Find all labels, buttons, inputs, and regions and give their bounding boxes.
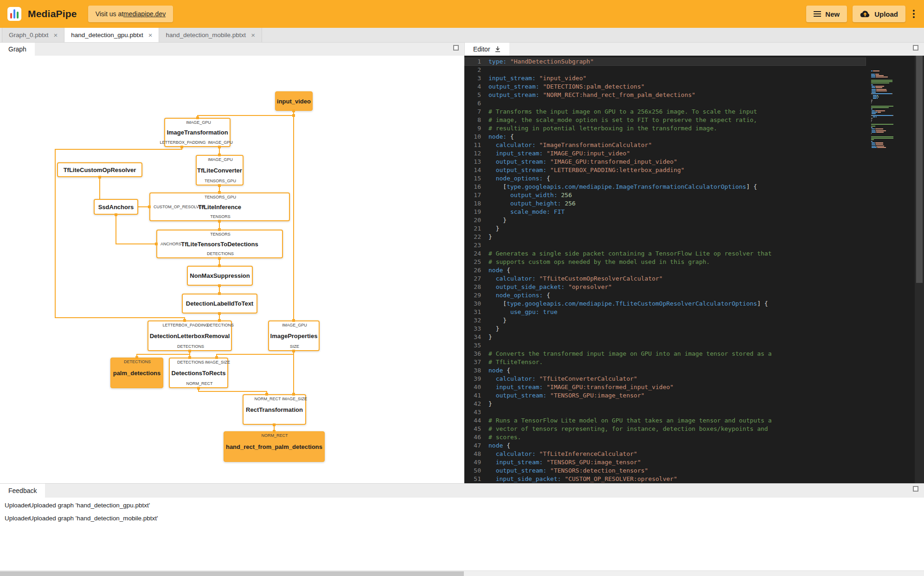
code-line[interactable]: 31 use_gpu: true	[464, 308, 866, 316]
code-line[interactable]: 48 calculator: "TfLiteInferenceCalculato…	[464, 450, 866, 458]
graph-node-label: TfLiteCustomOpResolver	[64, 166, 136, 173]
graph-canvas[interactable]: input_videoIMAGE_GPULETTERBOX_PADDINGIMA…	[0, 56, 464, 483]
code-line[interactable]: 24# Generates a single side packet conta…	[464, 250, 866, 258]
code-line[interactable]: 40 input_stream: "IMAGE_GPU:transformed_…	[464, 383, 866, 391]
code-line[interactable]: 1type: "HandDetectionSubgraph"	[464, 58, 866, 66]
code-line[interactable]: 17 output_width: 256	[464, 191, 866, 199]
code-line[interactable]: 35	[464, 341, 866, 350]
code-line[interactable]: 44# Runs a TensorFlow Lite model on GPU …	[464, 416, 866, 425]
code-line[interactable]: 30 [type.googleapis.com/mediapipe.TfLite…	[464, 300, 866, 308]
editor-tab[interactable]: Editor	[465, 43, 509, 56]
graph-node-DetectionsToRects[interactable]: DETECTIONSIMAGE_SIZENORM_RECTDetectionsT…	[169, 358, 228, 388]
close-tab-icon[interactable]: ×	[54, 32, 58, 38]
code-line[interactable]: 25# supports custom ops needed by the mo…	[464, 258, 866, 266]
feedback-tab[interactable]: Feedback	[0, 484, 45, 498]
code-line[interactable]: 16 [type.googleapis.com/mediapipe.ImageT…	[464, 183, 866, 191]
code-line[interactable]: 22}	[464, 233, 866, 241]
editor-scrollbar[interactable]	[915, 56, 924, 483]
code-line[interactable]: 34}	[464, 333, 866, 341]
code-editor[interactable]: 1type: "HandDetectionSubgraph"23input_st…	[464, 56, 924, 483]
code-line[interactable]: 12 input_stream: "IMAGE_GPU:input_video"	[464, 149, 866, 158]
code-line[interactable]: 18 output_height: 256	[464, 199, 866, 208]
code-line[interactable]: 2	[464, 66, 866, 74]
code-line[interactable]: 39 calculator: "TfLiteConverterCalculato…	[464, 375, 866, 383]
code-line[interactable]: 29 node_options: {	[464, 291, 866, 300]
file-tab-hand_detection_mobile.pbtxt[interactable]: hand_detection_mobile.pbtxt×	[159, 28, 262, 42]
file-tab-Graph_0.pbtxt[interactable]: Graph_0.pbtxt×	[2, 28, 64, 42]
code-line[interactable]: 20 }	[464, 216, 866, 224]
file-tab-hand_detection_gpu.pbtxt[interactable]: hand_detection_gpu.pbtxt×	[64, 28, 159, 42]
code-line[interactable]: 47node {	[464, 442, 866, 450]
horizontal-scrollbar[interactable]	[0, 570, 924, 576]
graph-node-TfLiteTensorsToDetections[interactable]: TENSORSDETECTIONSANCHORSTfLiteTensorsToD…	[156, 230, 283, 258]
close-tab-icon[interactable]: ×	[148, 32, 153, 38]
expand-feedback-panel-icon[interactable]	[913, 486, 918, 492]
graph-node-TfLiteCustomOpResolver[interactable]: TfLiteCustomOpResolver	[57, 162, 142, 177]
expand-editor-panel-icon[interactable]	[913, 45, 918, 51]
graph-node-TfLiteInference[interactable]: TENSORS_GPUTENSORSCUSTOM_OP_RESOLVERTfLi…	[149, 192, 290, 221]
close-tab-icon[interactable]: ×	[251, 32, 255, 38]
visit-us-chip[interactable]: Visit us at mediapipe.dev	[88, 6, 173, 22]
horizontal-scrollbar-thumb[interactable]	[0, 571, 464, 576]
code-line[interactable]: 7# Transforms the input image on GPU to …	[464, 108, 866, 116]
line-number: 48	[464, 450, 488, 458]
code-line[interactable]: 43	[464, 408, 866, 416]
graph-node-NonMaxSuppression[interactable]: NonMaxSuppression	[187, 266, 253, 286]
graph-node-input_video[interactable]: input_video	[275, 91, 313, 111]
code-line[interactable]: 9# resulting in potential letterboxing i…	[464, 124, 866, 133]
mediapipe-dev-link[interactable]: mediapipe.dev	[123, 10, 166, 18]
graph-node-palm_detections[interactable]: DETECTIONSpalm_detections	[110, 358, 163, 388]
code-line[interactable]: 23	[464, 241, 866, 250]
line-number: 21	[464, 224, 488, 233]
editor-panel: Editor 1type: "HandDetectionSubgraph"23i…	[464, 43, 924, 483]
graph-node-ImageProperties[interactable]: IMAGE_GPUSIZEImageProperties	[268, 320, 320, 351]
kebab-menu-icon[interactable]	[911, 7, 917, 21]
code-line[interactable]: 26node {	[464, 266, 866, 275]
file-tab-label: hand_detection_mobile.pbtxt	[166, 32, 246, 38]
code-line[interactable]: 38node {	[464, 366, 866, 375]
code-line[interactable]: 4output_stream: "DETECTIONS:palm_detecti…	[464, 83, 866, 91]
graph-node-DetectionLetterboxRemoval[interactable]: LETTERBOX_PADDINGDETECTIONSDETECTIONSDet…	[148, 320, 232, 351]
editor-scrollbar-thumb[interactable]	[916, 56, 923, 283]
code-line[interactable]: 37# TfLiteTensor.	[464, 358, 866, 366]
code-line[interactable]: 19 scale_mode: FIT	[464, 208, 866, 216]
code-line[interactable]: 13 output_stream: "IMAGE_GPU:transformed…	[464, 158, 866, 166]
code-line[interactable]: 28 output_side_packet: "opresolver"	[464, 283, 866, 291]
code-line[interactable]: 49 input_stream: "TENSORS_GPU:image_tens…	[464, 458, 866, 467]
code-line[interactable]: 27 calculator: "TfLiteCustomOpResolverCa…	[464, 275, 866, 283]
code-line[interactable]: 6	[464, 99, 866, 108]
download-icon[interactable]	[494, 46, 501, 52]
code-line[interactable]: 5output_stream: "NORM_RECT:hand_rect_fro…	[464, 91, 866, 99]
minimap[interactable]	[871, 70, 914, 148]
code-line[interactable]: 45# vector of tensors representing, for …	[464, 425, 866, 433]
code-line[interactable]: 32 }	[464, 316, 866, 325]
code-area[interactable]: 1type: "HandDetectionSubgraph"23input_st…	[464, 58, 866, 483]
line-number: 12	[464, 149, 488, 158]
graph-tab[interactable]: Graph	[0, 43, 35, 56]
code-line[interactable]: 15 node_options: {	[464, 174, 866, 183]
code-line[interactable]: 41 output_stream: "TENSORS_GPU:image_ten…	[464, 391, 866, 400]
code-line[interactable]: 10node: {	[464, 133, 866, 141]
expand-graph-panel-icon[interactable]	[453, 45, 459, 51]
code-line[interactable]: 36# Converts the transformed input image…	[464, 350, 866, 358]
code-line[interactable]: 3input_stream: "input_video"	[464, 74, 866, 83]
graph-node-SsdAnchors[interactable]: SsdAnchors	[94, 199, 138, 215]
graph-node-hand_rect_from_palm_detections[interactable]: NORM_RECThand_rect_from_palm_detections	[224, 431, 325, 462]
code-line[interactable]: 11 calculator: "ImageTransformationCalcu…	[464, 141, 866, 149]
code-line[interactable]: 21 }	[464, 224, 866, 233]
port-label: ANCHORS	[160, 242, 181, 246]
graph-node-DetectionLabelIdToText[interactable]: DetectionLabelIdToText	[182, 294, 257, 314]
code-line[interactable]: 46# scores.	[464, 433, 866, 442]
code-line[interactable]: 33 }	[464, 325, 866, 333]
code-line[interactable]: 51 input_side_packet: "CUSTOM_OP_RESOLVE…	[464, 475, 866, 483]
upload-button[interactable]: Upload	[853, 6, 905, 22]
code-line[interactable]: 8# image, the scale_mode option is set t…	[464, 116, 866, 124]
code-line[interactable]: 14 output_stream: "LETTERBOX_PADDING:let…	[464, 166, 866, 174]
new-button-label: New	[825, 10, 840, 18]
graph-node-TfLiteConverter[interactable]: IMAGE_GPUTENSORS_GPUTfLiteConverter	[196, 155, 244, 186]
new-button[interactable]: New	[806, 6, 847, 22]
code-line[interactable]: 42}	[464, 400, 866, 408]
graph-node-ImageTransformation[interactable]: IMAGE_GPULETTERBOX_PADDINGIMAGE_GPUImage…	[164, 118, 231, 147]
graph-node-RectTransformation[interactable]: NORM_RECTIMAGE_SIZERectTransformation	[243, 394, 306, 425]
code-line[interactable]: 50 output_stream: "TENSORS:detection_ten…	[464, 467, 866, 475]
